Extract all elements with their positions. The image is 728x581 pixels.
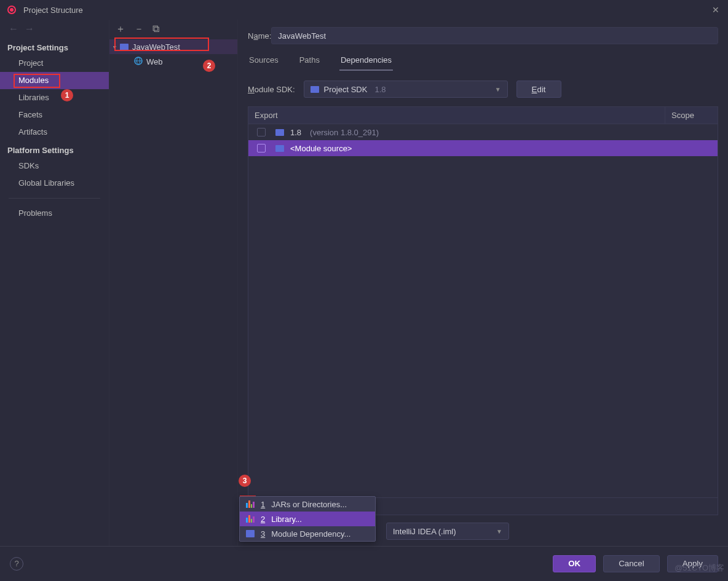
tab-sources[interactable]: Sources <box>248 55 280 70</box>
help-icon[interactable]: ? <box>10 557 23 571</box>
sidebar-divider <box>9 198 100 199</box>
dep-row-text: 1.8 <box>290 128 301 137</box>
sidebar: ← → Project Settings Project Modules Lib… <box>0 20 109 546</box>
sdk-value: Project SDK <box>324 85 368 94</box>
sdk-label: Module SDK: <box>248 85 295 94</box>
remove-module-icon[interactable]: － <box>134 23 144 36</box>
tree-root-label: JavaWebTest <box>132 42 180 52</box>
popup-label: Module Dependency... <box>271 529 350 539</box>
module-name-input[interactable] <box>271 27 718 44</box>
module-tabs: Sources Paths Dependencies <box>248 55 718 71</box>
popup-label: JARs or Directories... <box>271 500 347 509</box>
app-logo <box>6 4 17 15</box>
web-icon <box>134 57 143 67</box>
sdk-folder-icon <box>311 86 319 93</box>
module-icon <box>246 530 255 537</box>
module-tree-pane: ＋ － ⧉ ▾ JavaWebTest Web <box>109 20 238 546</box>
tree-node-root[interactable]: ▾ JavaWebTest <box>109 39 237 54</box>
dependencies-table: Export Scope 1.8 (version 1.8.0_291) <Mo… <box>248 106 718 515</box>
storage-format-value: IntelliJ IDEA (.iml) <box>393 527 456 536</box>
nav-back-icon[interactable]: ← <box>9 23 18 34</box>
sdk-row-icon <box>275 129 284 136</box>
module-sdk-select[interactable]: Project SDK 1.8 ▼ <box>304 81 508 98</box>
module-toolbar: ＋ － ⧉ <box>109 20 237 38</box>
watermark: @51CTO博客 <box>675 563 724 574</box>
column-scope[interactable]: Scope <box>665 107 718 124</box>
caret-down-icon: ▼ <box>495 86 501 93</box>
popup-jars[interactable]: 1 JARs or Directories... <box>240 497 375 512</box>
sidebar-item-global-libraries[interactable]: Global Libraries <box>0 175 109 192</box>
storage-format-select[interactable]: IntelliJ IDEA (.iml) ▼ <box>386 523 509 540</box>
library-icon <box>246 500 255 508</box>
close-icon[interactable]: ✕ <box>712 5 722 15</box>
add-dependency-popup: 1 JARs or Directories... 2 Library... 3 … <box>239 496 376 542</box>
sidebar-item-facets[interactable]: Facets <box>0 106 109 124</box>
ok-button[interactable]: OK <box>553 555 596 572</box>
edit-sdk-button[interactable]: Edit <box>516 81 561 98</box>
dep-row-dim: (version 1.8.0_291) <box>310 128 379 137</box>
export-checkbox[interactable] <box>257 144 266 152</box>
sidebar-item-sdks[interactable]: SDKs <box>0 157 109 175</box>
sidebar-item-modules[interactable]: Modules <box>0 72 109 89</box>
name-label: Name: <box>248 31 271 41</box>
cancel-button[interactable]: Cancel <box>603 555 660 572</box>
tree-node-web[interactable]: Web <box>109 54 237 69</box>
sidebar-item-project[interactable]: Project <box>0 55 109 72</box>
sidebar-item-libraries[interactable]: Libraries <box>0 89 109 106</box>
tab-paths[interactable]: Paths <box>298 55 321 70</box>
section-project-settings: Project Settings <box>0 38 109 55</box>
dialog-footer: ? OK Cancel Apply <box>0 546 728 580</box>
popup-library[interactable]: 2 Library... <box>240 512 375 526</box>
add-module-icon[interactable]: ＋ <box>116 23 125 36</box>
sidebar-item-artifacts[interactable]: Artifacts <box>0 124 109 141</box>
window-title: Project Structure <box>23 6 712 15</box>
module-editor: Name: Sources Paths Dependencies Module … <box>238 20 728 546</box>
module-folder-icon <box>120 44 129 50</box>
dep-row-sdk[interactable]: 1.8 (version 1.8.0_291) <box>248 124 718 140</box>
column-export[interactable]: Export <box>248 107 665 124</box>
tab-dependencies[interactable]: Dependencies <box>339 55 393 71</box>
source-folder-icon <box>275 145 284 152</box>
nav-forward-icon[interactable]: → <box>25 23 34 34</box>
popup-module-dep[interactable]: 3 Module Dependency... <box>240 526 375 541</box>
popup-label: Library... <box>271 515 302 524</box>
chevron-down-icon[interactable]: ▾ <box>113 44 116 50</box>
svg-point-2 <box>10 8 14 12</box>
copy-module-icon[interactable]: ⧉ <box>152 23 159 34</box>
dep-row-text: <Module source> <box>290 144 352 153</box>
sidebar-item-problems[interactable]: Problems <box>0 205 109 222</box>
caret-down-icon: ▼ <box>496 528 502 535</box>
export-checkbox[interactable] <box>257 128 266 136</box>
sdk-version: 1.8 <box>374 85 386 94</box>
library-icon <box>246 515 255 523</box>
section-platform-settings: Platform Settings <box>0 141 109 157</box>
dep-row-module-source[interactable]: <Module source> <box>248 140 718 156</box>
tree-web-label: Web <box>146 57 163 66</box>
